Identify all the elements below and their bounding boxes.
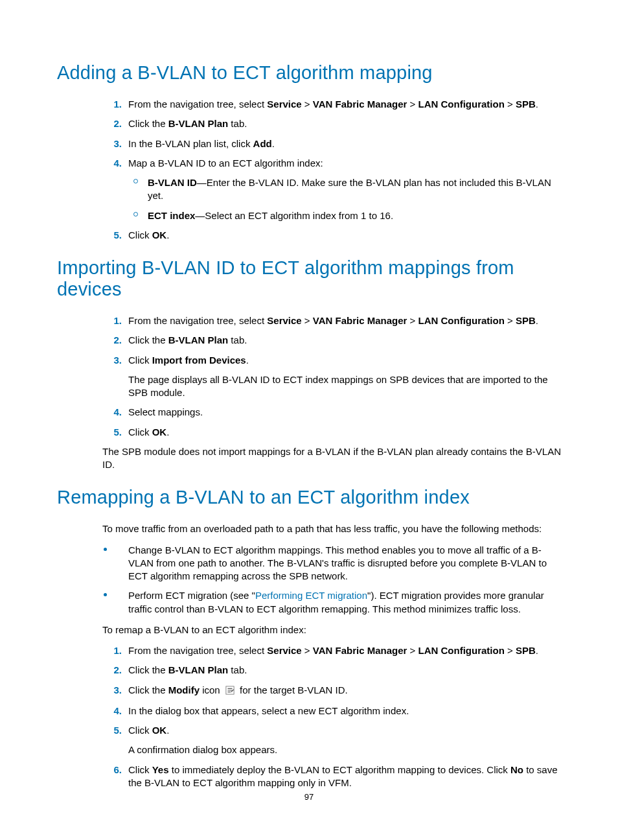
text: —Select an ECT algorithm index from 1 to…: [195, 210, 393, 221]
bullet-icon: [133, 179, 138, 183]
list-item: Perform ECT migration (see "Performing E…: [128, 589, 561, 616]
bold: Add: [253, 138, 272, 149]
substep: B-VLAN ID—Enter the B-VLAN ID. Make sure…: [148, 176, 561, 203]
bold: OK: [152, 229, 167, 240]
text: Change B-VLAN to ECT algorithm mappings.…: [128, 544, 547, 582]
steps-remapping: 1. From the navigation tree, select Serv…: [57, 644, 561, 789]
bold: B-VLAN Plan: [168, 334, 229, 345]
step: 1. From the navigation tree, select Serv…: [128, 98, 561, 111]
text: Click: [128, 355, 152, 366]
text: Select mappings.: [128, 406, 203, 417]
step: 3. In the B-VLAN plan list, click Add.: [128, 137, 561, 150]
steps-importing: 1. From the navigation tree, select Serv…: [57, 314, 561, 439]
text: Click: [128, 725, 152, 736]
text: >: [505, 315, 516, 326]
step: 5. Click OK.: [128, 229, 561, 242]
list-item: Change B-VLAN to ECT algorithm mappings.…: [128, 544, 561, 583]
text: —Enter the B-VLAN ID. Make sure the B-VL…: [148, 177, 551, 201]
step-number: 5.: [102, 426, 122, 439]
step-number: 2.: [102, 117, 122, 130]
bold: LAN Configuration: [418, 645, 504, 656]
step: 3. Click Import from Devices. The page d…: [128, 354, 561, 400]
bold: Import from Devices: [152, 355, 246, 366]
step: 2. Click the B-VLAN Plan tab.: [128, 664, 561, 677]
text: Click: [128, 229, 152, 240]
step-note: The page displays all B-VLAN ID to ECT i…: [128, 373, 561, 400]
intro-text: To move traffic from an overloaded path …: [57, 522, 561, 535]
text: >: [505, 99, 516, 110]
text: for the target B-VLAN ID.: [237, 684, 348, 695]
text: .: [166, 426, 169, 438]
section-note: The SPB module does not import mappings …: [57, 445, 561, 472]
text: .: [536, 315, 538, 326]
steps-adding: 1. From the navigation tree, select Serv…: [57, 98, 561, 242]
bold: VAN Fabric Manager: [313, 645, 407, 656]
step: 2. Click the B-VLAN Plan tab.: [128, 117, 561, 130]
modify-icon: [225, 685, 235, 698]
text: .: [536, 645, 538, 656]
step: 5. Click OK.: [128, 426, 561, 439]
step: 3. Click the Modify icon for the target …: [128, 684, 561, 698]
step: 4. In the dialog box that appears, selec…: [128, 705, 561, 718]
text: Click the: [128, 118, 168, 129]
step-number: 3.: [102, 684, 122, 697]
bold: OK: [152, 725, 167, 736]
bullet-icon: [133, 212, 138, 216]
text: >: [505, 645, 516, 656]
text: .: [536, 99, 538, 110]
bold: B-VLAN Plan: [168, 664, 229, 675]
substeps: B-VLAN ID—Enter the B-VLAN ID. Make sure…: [128, 176, 561, 222]
step: 1. From the navigation tree, select Serv…: [128, 644, 561, 657]
step-number: 6.: [102, 764, 122, 776]
step-number: 5.: [102, 724, 122, 737]
heading-remapping: Remapping a B-VLAN to an ECT algorithm i…: [57, 487, 561, 508]
step-number: 5.: [102, 229, 122, 242]
step-number: 3.: [102, 137, 122, 150]
text: >: [407, 315, 418, 326]
text: .: [246, 355, 249, 366]
step-number: 1.: [102, 98, 122, 111]
step-number: 4.: [102, 705, 122, 718]
link-performing-ect-migration[interactable]: Performing ECT migration: [255, 590, 367, 601]
text: Click the: [128, 664, 168, 675]
bold: SPB: [516, 315, 536, 326]
step-number: 2.: [102, 664, 122, 677]
step-note: A confirmation dialog box appears.: [128, 743, 561, 756]
bold: Service: [267, 99, 301, 110]
bold: Yes: [152, 764, 169, 775]
bold: No: [510, 764, 523, 775]
substep: ECT index—Select an ECT algorithm index …: [148, 209, 561, 222]
text: Perform ECT migration (see ": [128, 590, 255, 601]
bold: Modify: [168, 684, 200, 695]
bold: B-VLAN Plan: [168, 118, 229, 129]
step-number: 1.: [102, 314, 122, 327]
text: tab.: [228, 334, 247, 345]
text: Map a B-VLAN ID to an ECT algorithm inde…: [128, 158, 323, 169]
page-content: Adding a B-VLAN to ECT algorithm mapping…: [0, 0, 618, 789]
text: In the dialog box that appears, select a…: [128, 705, 409, 716]
text: >: [407, 645, 418, 656]
bullet-icon: [104, 548, 107, 551]
text: to immediately deploy the B-VLAN to ECT …: [169, 764, 510, 775]
bold: SPB: [516, 645, 536, 656]
text: >: [302, 315, 313, 326]
text: Click the: [128, 334, 168, 345]
text: From the navigation tree, select: [128, 99, 267, 110]
step-number: 4.: [102, 157, 122, 170]
step: 4. Select mappings.: [128, 406, 561, 419]
bullet-icon: [104, 593, 107, 596]
bold: VAN Fabric Manager: [313, 99, 407, 110]
step: 1. From the navigation tree, select Serv…: [128, 314, 561, 327]
step-number: 2.: [102, 334, 122, 347]
text: >: [302, 99, 313, 110]
step-number: 3.: [102, 354, 122, 367]
bold: LAN Configuration: [418, 315, 504, 326]
bold: SPB: [516, 99, 536, 110]
step-number: 4.: [102, 406, 122, 419]
bold: Service: [267, 645, 301, 656]
text: >: [302, 645, 313, 656]
text: Click: [128, 764, 152, 775]
text: .: [272, 138, 275, 149]
page-number: 97: [0, 792, 618, 802]
heading-adding-bvlan: Adding a B-VLAN to ECT algorithm mapping: [57, 62, 561, 84]
